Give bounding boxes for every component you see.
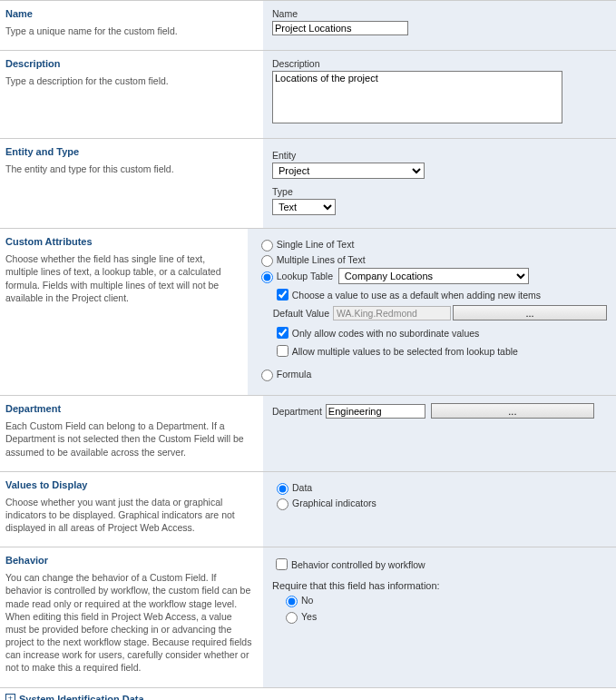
radio-lookup-table[interactable] bbox=[261, 271, 273, 283]
label-allow-multi: Allow multiple values to be selected fro… bbox=[292, 346, 518, 357]
desc-department: Each Custom Field can belong to a Depart… bbox=[5, 419, 254, 458]
heading-department: Department bbox=[5, 403, 254, 414]
label-department: Department bbox=[272, 406, 322, 417]
check-workflow[interactable] bbox=[276, 558, 288, 570]
section-behavior: Behavior You can change the behavior of … bbox=[0, 547, 616, 686]
radio-yes[interactable] bbox=[286, 612, 298, 624]
label-workflow: Behavior controlled by workflow bbox=[291, 559, 425, 570]
label-description: Description bbox=[272, 58, 607, 69]
section-name: Name Type a unique name for the custom f… bbox=[0, 0, 616, 50]
label-multi-line: Multiple Lines of Text bbox=[277, 254, 366, 265]
label-check-default: Choose a value to use as a default when … bbox=[292, 290, 541, 301]
desc-behavior: You can change the behavior of a Custom … bbox=[5, 571, 254, 674]
section-custom-attributes: Custom Attributes Choose whether the fie… bbox=[0, 228, 616, 395]
heading-values-display: Values to Display bbox=[5, 479, 254, 490]
entity-select[interactable]: Project bbox=[272, 163, 425, 179]
desc-description: Type a description for the custom field. bbox=[5, 74, 254, 87]
system-identification-data: + System Identification Data bbox=[0, 687, 616, 700]
label-formula: Formula bbox=[277, 369, 312, 380]
desc-entity-type: The entity and type for this custom fiel… bbox=[5, 163, 254, 175]
heading-name: Name bbox=[5, 8, 254, 19]
label-yes: Yes bbox=[301, 611, 317, 622]
label-type: Type bbox=[272, 186, 607, 197]
lookup-table-select[interactable]: Company Locations bbox=[338, 268, 529, 284]
type-select[interactable]: Text bbox=[272, 199, 336, 215]
label-require: Require that this field has information: bbox=[272, 580, 607, 591]
desc-name: Type a unique name for the custom field. bbox=[5, 25, 254, 37]
label-lookup-table: Lookup Table bbox=[277, 271, 333, 281]
label-data: Data bbox=[292, 482, 312, 493]
radio-multi-line[interactable] bbox=[261, 255, 273, 267]
section-description: Description Type a description for the c… bbox=[0, 50, 616, 138]
check-only-codes[interactable] bbox=[277, 327, 288, 339]
radio-single-line[interactable] bbox=[261, 240, 273, 251]
label-entity: Entity bbox=[272, 150, 607, 161]
label-default-value: Default Value bbox=[273, 308, 329, 319]
label-no: No bbox=[301, 595, 313, 606]
heading-description: Description bbox=[5, 58, 254, 69]
default-value-browse-button[interactable]: ... bbox=[453, 305, 607, 320]
description-input[interactable]: Locations of the project bbox=[272, 71, 562, 123]
department-browse-button[interactable]: ... bbox=[431, 403, 594, 419]
label-name: Name bbox=[272, 8, 607, 19]
section-entity-type: Entity and Type The entity and type for … bbox=[0, 138, 616, 228]
check-allow-multi[interactable] bbox=[277, 345, 288, 357]
default-value-box: WA.King.Redmond bbox=[333, 306, 451, 320]
label-graphical: Graphical indicators bbox=[292, 498, 376, 508]
heading-entity-type: Entity and Type bbox=[5, 146, 254, 157]
section-values-display: Values to Display Choose whether you wan… bbox=[0, 471, 616, 547]
system-identification-link[interactable]: System Identification Data bbox=[19, 694, 144, 700]
desc-custom-attributes: Choose whether the field has single line… bbox=[5, 252, 239, 304]
radio-no[interactable] bbox=[286, 596, 298, 607]
plus-icon[interactable]: + bbox=[5, 694, 15, 700]
radio-graphical[interactable] bbox=[277, 498, 288, 510]
heading-behavior: Behavior bbox=[5, 555, 254, 566]
check-default-value[interactable] bbox=[277, 289, 288, 301]
radio-formula[interactable] bbox=[261, 370, 273, 381]
label-single-line: Single Line of Text bbox=[277, 239, 355, 250]
desc-values-display: Choose whether you want just the data or… bbox=[5, 496, 254, 535]
label-only-codes: Only allow codes with no subordinate val… bbox=[292, 328, 480, 339]
section-department: Department Each Custom Field can belong … bbox=[0, 395, 616, 471]
department-input[interactable] bbox=[326, 404, 425, 419]
name-input[interactable] bbox=[272, 21, 408, 35]
radio-data[interactable] bbox=[277, 483, 288, 495]
heading-custom-attributes: Custom Attributes bbox=[5, 236, 239, 247]
